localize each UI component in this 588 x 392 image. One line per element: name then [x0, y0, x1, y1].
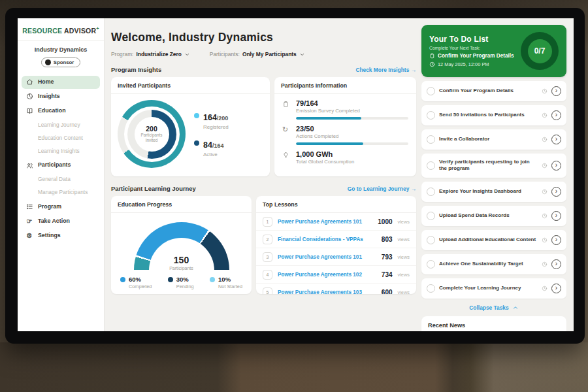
chevron-right-icon[interactable]: › [551, 259, 561, 269]
task-verify-participants-requesting-to-join-t[interactable]: Verify participants requesting to join t… [421, 154, 566, 178]
arrow-right-icon: → [411, 67, 416, 73]
top-lessons-title: Top Lessons [256, 196, 416, 213]
education-legend-item: 60%Completed [120, 276, 152, 289]
lesson-views-word: views [398, 272, 410, 278]
sidebar-item-insights[interactable]: Insights [22, 90, 100, 103]
arrow-right-icon: → [411, 186, 416, 192]
legend-dot-icon [194, 113, 199, 118]
task-checkbox[interactable] [427, 212, 435, 220]
sidebar-item-learning-insights[interactable]: Learning Insights [22, 146, 100, 157]
task-label: Explore Your Insights Dashboard [439, 188, 538, 195]
sidebar-item-label: Settings [38, 233, 61, 239]
education-legend-item: 10%Not Started [210, 276, 242, 289]
chevron-right-icon[interactable]: › [551, 135, 561, 144]
sidebar-item-label: Learning Journey [38, 122, 80, 128]
task-checkbox[interactable] [427, 188, 435, 196]
program-select[interactable]: Program: Industrialize Zero [111, 51, 190, 57]
survey-icon [282, 101, 290, 109]
chevron-right-icon[interactable]: › [551, 235, 561, 245]
app-logo: RESOURCE ADVISOR+ [18, 24, 104, 41]
lesson-link[interactable]: Power Purchase Agreements 102 [278, 272, 376, 278]
lesson-rank: 4 [263, 270, 272, 280]
task-checkbox[interactable] [427, 260, 435, 269]
collapse-tasks-link[interactable]: Collapse Tasks [421, 304, 566, 311]
chevron-right-icon[interactable]: › [551, 284, 561, 293]
check-more-insights-link[interactable]: Check More Insights → [355, 67, 416, 73]
invited-participants-title: Invited Participants [111, 77, 270, 94]
info-value: 79/164 [296, 99, 408, 107]
task-achieve-one-sustainability-target[interactable]: Achieve One Sustainability Target› [421, 254, 566, 274]
task-checkbox[interactable] [427, 87, 435, 95]
task-checkbox[interactable] [427, 236, 435, 244]
sidebar-item-home[interactable]: Home [22, 76, 100, 89]
sidebar-item-learning-journey[interactable]: Learning Journey [22, 120, 100, 131]
education-progress-title: Education Progress [111, 196, 252, 213]
task-send-50-invitations-to-participants[interactable]: Send 50 Invitations to Participants› [421, 105, 566, 125]
clock-icon [542, 163, 547, 169]
sidebar-item-label: Education Content [38, 135, 83, 141]
task-upload-additional-educational-content[interactable]: Upload Additional Educational Content› [421, 230, 566, 250]
sidebar-item-label: Take Action [38, 218, 70, 225]
sidebar-item-program[interactable]: Program [22, 201, 100, 214]
chevron-right-icon[interactable]: › [551, 110, 561, 120]
sponsor-badge[interactable]: Sponsor [41, 57, 81, 67]
task-checkbox[interactable] [427, 161, 435, 170]
task-checkbox[interactable] [427, 135, 435, 144]
info-label: Actions Completed [296, 133, 408, 139]
brand-plus: + [96, 25, 99, 31]
desk-background: RESOURCE ADVISOR+ Industry Dynamics Spon… [0, 0, 588, 392]
sidebar-item-settings[interactable]: ⚙Settings [22, 229, 100, 242]
todo-title: Your To Do List [429, 35, 515, 44]
recent-news-title: Recent News [428, 322, 465, 329]
learning-journey-title: Participant Learning Journey [111, 185, 196, 192]
sidebar-item-label: Program [38, 204, 61, 210]
clock-icon [542, 213, 547, 219]
lesson-row: 4Power Purchase Agreements 102734views [256, 265, 416, 283]
lesson-link[interactable]: Power Purchase Agreements 103 [278, 289, 376, 295]
task-confirm-your-program-details[interactable]: Confirm Your Program Details› [421, 81, 566, 101]
legend-value: 84/164 [203, 139, 223, 150]
sidebar-item-general-data[interactable]: General Data [22, 174, 100, 185]
sidebar-item-manage-participants[interactable]: Manage Participants [22, 187, 100, 198]
sidebar-item-take-action[interactable]: ☞Take Action [22, 215, 100, 228]
lesson-views-word: views [398, 237, 410, 242]
chevron-right-icon[interactable]: › [551, 161, 561, 171]
task-invite-a-collaborator[interactable]: Invite a Collaborator› [421, 129, 566, 150]
sidebar-item-education[interactable]: Education [22, 105, 100, 118]
chevron-right-icon[interactable]: › [551, 211, 561, 221]
lesson-link[interactable]: Power Purchase Agreements 101 [278, 254, 376, 260]
clock-icon [542, 112, 547, 118]
task-explore-your-insights-dashboard[interactable]: Explore Your Insights Dashboard› [421, 182, 566, 202]
education-progress-card: Education Progress 150 Participants 60%C… [111, 196, 252, 294]
lesson-rank: 2 [263, 235, 272, 244]
task-checkbox[interactable] [427, 111, 435, 120]
chevron-right-icon[interactable]: › [551, 86, 561, 96]
task-label: Invite a Collaborator [439, 136, 538, 142]
participants-select[interactable]: Participants: Only My Participants [210, 51, 305, 57]
task-label: Confirm Your Program Details [439, 88, 538, 94]
sidebar-item-participants[interactable]: Participants [22, 159, 100, 172]
program-select-label: Program: [111, 51, 133, 57]
lesson-views-word: views [398, 254, 410, 260]
legend-label: Pending [176, 284, 194, 289]
legend-label: Active [203, 152, 223, 157]
task-complete-your-learning-journey[interactable]: Complete Your Learning Journey› [421, 278, 566, 299]
lesson-link[interactable]: Power Purchase Agreements 101 [278, 219, 372, 225]
sidebar-item-education-content[interactable]: Education Content [22, 133, 100, 144]
sidebar-item-label: General Data [38, 176, 71, 182]
task-label: Achieve One Sustainability Target [439, 261, 538, 267]
insights-icon [25, 93, 33, 101]
go-to-learning-journey-link[interactable]: Go to Learning Journey → [348, 186, 416, 192]
legend-value: 164/200 [203, 111, 229, 123]
progress-bar-fill [296, 117, 361, 120]
lesson-link[interactable]: Financial Considerations - VPPAs [278, 237, 376, 242]
task-checkbox[interactable] [427, 284, 435, 293]
settings-icon: ⚙ [25, 232, 33, 240]
lesson-views-word: views [398, 219, 410, 225]
todo-progress-value: 0/7 [528, 39, 552, 63]
participants-info-title: Participants Information [274, 77, 416, 94]
chevron-right-icon[interactable]: › [551, 187, 561, 197]
invited-participants-card: Invited Participants 200 Participants In… [111, 77, 270, 176]
task-upload-spend-data-records[interactable]: Upload Spend Data Records› [421, 206, 566, 226]
education-legend: 60%Completed30%Pending10%Not Started [111, 270, 252, 289]
